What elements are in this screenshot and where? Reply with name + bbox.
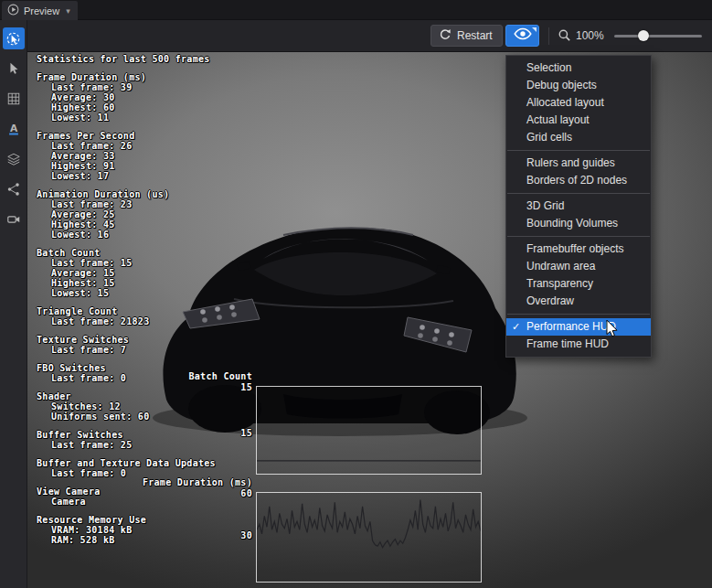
menu-item-label: Debug objects bbox=[526, 79, 597, 91]
menu-item-transparency[interactable]: Transparency bbox=[506, 275, 651, 293]
hud-stat-line: Last frame: 15 bbox=[37, 258, 216, 268]
hud-stat-line: Highest: 60 bbox=[37, 102, 216, 112]
menu-separator bbox=[507, 150, 650, 151]
hud-section: Triangle CountLast frame: 21823 bbox=[37, 306, 216, 326]
hud-section: Batch CountLast frame: 15Average: 15High… bbox=[37, 248, 216, 298]
menu-item-label: Grid cells bbox=[526, 131, 572, 144]
hud-section-title: Batch Count bbox=[37, 248, 216, 258]
menu-item-label: Overdraw bbox=[526, 294, 574, 307]
visibility-dropdown-button[interactable] bbox=[505, 25, 539, 47]
restart-icon bbox=[439, 28, 452, 44]
node-tool[interactable] bbox=[3, 178, 25, 200]
hud-section: Frames Per SecondLast frame: 26Average: … bbox=[37, 131, 216, 181]
menu-item-label: Framebuffer objects bbox=[526, 242, 624, 255]
hud-section-title: Frame Duration (ms) bbox=[37, 72, 216, 82]
checkmark-icon: ✓ bbox=[512, 318, 525, 336]
menu-item-label: Selection bbox=[526, 61, 571, 74]
menu-item-label: Actual layout bbox=[526, 113, 590, 126]
menu-item-3d-grid[interactable]: 3D Grid bbox=[506, 198, 651, 215]
menu-item-label: Bounding Volumes bbox=[526, 217, 618, 230]
pointer-cursor-icon bbox=[605, 319, 619, 342]
hud-title: Statistics for last 500 frames bbox=[37, 54, 216, 64]
zoom-value: 100% bbox=[576, 29, 604, 42]
menu-item-grid-cells[interactable]: Grid cells bbox=[506, 129, 651, 146]
menu-item-label: Allocated layout bbox=[526, 96, 604, 109]
menu-item-actual-layout[interactable]: Actual layout bbox=[506, 112, 651, 129]
menu-separator bbox=[507, 236, 650, 237]
graph-title: Batch Count bbox=[188, 371, 252, 381]
menu-item-frame-time-hud[interactable]: Frame time HUD bbox=[506, 336, 651, 353]
tool-sidebar: A bbox=[0, 20, 27, 588]
menu-item-label: Frame time HUD bbox=[526, 337, 609, 350]
menu-item-performance-hud[interactable]: ✓Performance HUD bbox=[506, 318, 651, 336]
hud-stat-line: Highest: 45 bbox=[37, 219, 216, 230]
menu-item-rulers-and-guides[interactable]: Rulers and guides bbox=[506, 155, 651, 172]
hud-stat-line: Last frame: 21823 bbox=[37, 316, 216, 326]
tab-preview[interactable]: Preview ▾ bbox=[2, 1, 78, 20]
menu-item-label: 3D Grid bbox=[526, 199, 564, 212]
restart-button[interactable]: Restart bbox=[430, 25, 503, 47]
hud-section-title: Frames Per Second bbox=[37, 131, 216, 141]
hud-stat-line: Last frame: 26 bbox=[37, 141, 216, 151]
zoom-slider-thumb[interactable] bbox=[638, 30, 649, 41]
preview-toolbar: Restart 100% bbox=[27, 20, 712, 52]
zoom-slider-track[interactable] bbox=[614, 35, 702, 37]
batch-count-graph: Batch Count 15 15 bbox=[27, 371, 482, 483]
menu-separator bbox=[507, 314, 650, 315]
menu-separator bbox=[507, 193, 650, 194]
hud-stat-line: Average: 15 bbox=[37, 268, 216, 278]
select-tool[interactable] bbox=[3, 58, 25, 80]
frame-duration-graph: Frame Duration (ms) 60 30 bbox=[27, 477, 482, 588]
menu-item-bounding-volumes[interactable]: Bounding Volumes bbox=[506, 215, 651, 232]
hud-stat-line: Last frame: 39 bbox=[37, 82, 216, 92]
graph-y-mid-label: 30 bbox=[240, 530, 252, 540]
menu-item-label: Undrawn area bbox=[526, 260, 595, 273]
graph-y-mid-label: 15 bbox=[240, 428, 252, 438]
grid-tool[interactable] bbox=[3, 88, 25, 110]
dropdown-corner-icon bbox=[532, 27, 537, 32]
menu-item-label: Performance HUD bbox=[526, 320, 616, 333]
text-tool[interactable]: A bbox=[3, 118, 25, 140]
menu-item-debug-objects[interactable]: Debug objects bbox=[506, 77, 651, 94]
menu-item-allocated-layout[interactable]: Allocated layout bbox=[506, 94, 651, 112]
hud-stat-line: Last frame: 23 bbox=[37, 199, 216, 209]
hud-stat-line: Highest: 15 bbox=[37, 278, 216, 288]
hud-stat-line: Last frame: 7 bbox=[37, 345, 216, 355]
hud-section: Animation Duration (us)Last frame: 23Ave… bbox=[37, 189, 216, 240]
hud-section-title: Animation Duration (us) bbox=[37, 189, 216, 199]
graph-y-max-label: 60 bbox=[240, 488, 252, 498]
menu-item-borders-of-2d-nodes[interactable]: Borders of 2D nodes bbox=[506, 172, 651, 189]
hud-stat-line: Average: 30 bbox=[37, 92, 216, 102]
graph-y-max-label: 15 bbox=[240, 382, 252, 392]
hud-stat-line: Lowest: 15 bbox=[37, 288, 216, 298]
menu-item-label: Rulers and guides bbox=[526, 156, 615, 169]
svg-text:A: A bbox=[9, 123, 17, 134]
menu-item-label: Borders of 2D nodes bbox=[526, 174, 627, 187]
hud-stat-line: Average: 33 bbox=[37, 151, 216, 161]
menu-item-selection[interactable]: Selection bbox=[506, 59, 651, 77]
hud-stat-line: Highest: 91 bbox=[37, 161, 216, 171]
layers-tool[interactable] bbox=[3, 148, 25, 170]
zoom-slider[interactable] bbox=[614, 27, 702, 44]
menu-item-label: Transparency bbox=[526, 277, 593, 290]
magnifier-icon bbox=[558, 28, 571, 46]
menu-item-framebuffer-objects[interactable]: Framebuffer objects bbox=[506, 241, 651, 258]
graph-canvas bbox=[256, 492, 482, 583]
menu-item-undrawn-area[interactable]: Undrawn area bbox=[506, 258, 651, 275]
hud-section-title: Texture Switches bbox=[37, 335, 216, 345]
hud-stat-line: Lowest: 16 bbox=[37, 230, 216, 240]
chevron-down-icon[interactable]: ▾ bbox=[66, 6, 70, 16]
hud-stat-line: Average: 25 bbox=[37, 209, 216, 219]
restart-label: Restart bbox=[457, 29, 493, 42]
camera-tool[interactable] bbox=[3, 208, 25, 230]
hud-stat-line: Lowest: 11 bbox=[37, 112, 216, 123]
eye-icon bbox=[514, 27, 532, 44]
interact-tool[interactable] bbox=[3, 27, 25, 49]
graph-canvas bbox=[256, 386, 482, 475]
hud-section: Texture SwitchesLast frame: 7 bbox=[37, 335, 216, 355]
preview-window: Preview ▾ A bbox=[0, 0, 712, 588]
tab-bar: Preview ▾ bbox=[0, 0, 712, 20]
menu-item-overdraw[interactable]: Overdraw bbox=[506, 293, 651, 310]
hud-stat-line: Lowest: 17 bbox=[37, 171, 216, 181]
graph-title: Frame Duration (ms) bbox=[143, 477, 252, 487]
